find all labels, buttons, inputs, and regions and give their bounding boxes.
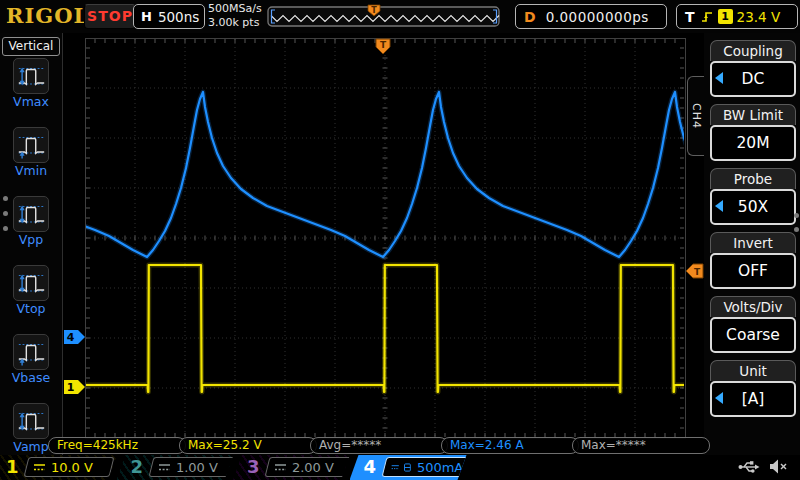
trigger-level-marker[interactable]: T [686, 264, 703, 278]
setting-value[interactable]: 50X [710, 189, 796, 225]
top-status-bar: RIGOL STOP H 500ns 500MSa/s 3.00k pts T … [0, 0, 800, 33]
setting-label: BW Limit [710, 104, 796, 125]
menu-item-vtop[interactable]: Vtop [0, 265, 62, 332]
measurement-readout: Max=2.46 A [441, 437, 579, 454]
delay-value: 0.00000000ps [546, 9, 649, 25]
setting-value[interactable]: DC [710, 61, 796, 97]
vamp-icon [13, 403, 49, 439]
delay-box[interactable]: D 0.00000000ps [515, 4, 667, 29]
menu-item-label: Vtop [0, 301, 62, 316]
channel-number: 2 [131, 456, 144, 477]
selected-arrow-icon [715, 392, 723, 404]
setting-value-text: OFF [738, 262, 768, 280]
svg-text:1: 1 [67, 381, 75, 394]
menu-scroll-dots [3, 196, 8, 231]
channel-4-zero-marker[interactable]: 4 [64, 330, 85, 344]
channel-scale-value: 500mA [416, 460, 462, 475]
dc-coupling-icon [33, 462, 46, 472]
vbase-icon [13, 334, 49, 370]
dc-coupling-icon [158, 462, 171, 472]
setting-probe[interactable]: Probe50X [710, 168, 796, 225]
setting-label: Probe [710, 168, 796, 189]
timebase-value: 500ns [158, 9, 199, 25]
waveform-display: TT41 [0, 0, 800, 480]
selected-arrow-icon [715, 200, 723, 212]
svg-text:4: 4 [67, 331, 75, 344]
trigger-source-badge: 1 [718, 9, 733, 24]
vmax-icon [13, 58, 49, 94]
vpp-icon [13, 196, 49, 232]
setting-value[interactable]: 20M [710, 125, 796, 161]
rising-edge-icon [700, 9, 714, 24]
measurement-readout: Max=25.2 V [179, 437, 317, 454]
channel-scale-box: 500mA [381, 457, 472, 477]
acquisition-info: 500MSa/s 3.00k pts [208, 2, 262, 30]
channel-menu-label: CH4 [690, 103, 703, 129]
channel-scale-value: 2.00 V [292, 460, 334, 475]
channel-status-bar: 110.0 V21.00 V32.00 V4500mA [0, 455, 800, 480]
channel-2-tab[interactable]: 21.00 V [117, 455, 234, 480]
setting-value-text: 50X [738, 198, 768, 216]
oscilloscope-screen: TT41 RIGOL STOP H 500ns 500MSa/s 3.00k p… [0, 0, 800, 480]
rigol-logo: RIGOL [6, 3, 89, 28]
channel-1-zero-marker[interactable]: 1 [64, 380, 85, 394]
channel-scale-value: 1.00 V [176, 460, 218, 475]
sample-rate: 500MSa/s [208, 2, 262, 16]
channel-scale-box: 2.00 V [265, 457, 356, 477]
memory-depth: 3.00k pts [208, 16, 262, 30]
menu-item-label: Vmax [0, 94, 62, 109]
channel-scale-box: 10.0 V [24, 457, 115, 477]
measurement-readout: Avg=***** [310, 437, 448, 454]
channel-menu-tab: CH4 [687, 76, 704, 156]
trigger-label: T [685, 9, 695, 25]
selected-arrow-icon [715, 72, 723, 84]
channel-number: 1 [6, 456, 19, 477]
dc-coupling-icon [391, 462, 399, 472]
measurement-readout: Max=***** [572, 437, 710, 454]
channel-1-tab[interactable]: 110.0 V [0, 455, 117, 480]
trigger-info-box[interactable]: T 1 23.4 V [676, 4, 798, 29]
horizontal-timebase-box[interactable]: H 500ns [133, 4, 205, 29]
setting-label: Unit [710, 360, 796, 381]
horizontal-label: H [141, 9, 152, 24]
speaker-muted-icon [769, 458, 788, 475]
menu-item-vbase[interactable]: Vbase [0, 334, 62, 401]
measurement-readout: Freq=425kHz [48, 437, 186, 454]
scroll-dot [3, 196, 8, 201]
channel4-settings-menu: CouplingDCBW Limit20MProbe50XInvertOFFVo… [704, 33, 800, 456]
setting-label: Volts/Div [710, 296, 796, 317]
run-stop-status[interactable]: STOP [84, 4, 136, 29]
memory-position-bar[interactable]: T [267, 4, 501, 28]
usb-icon [738, 458, 760, 475]
menu-title: Vertical [2, 37, 60, 56]
dc-coupling-icon [274, 462, 287, 472]
setting-label: Coupling [710, 40, 796, 61]
channel-number: 4 [364, 456, 377, 477]
setting-value-text: [A] [742, 390, 765, 408]
channel-4-tab[interactable]: 4500mA [350, 455, 467, 480]
setting-value[interactable]: [A] [710, 381, 796, 417]
menu-item-vmax[interactable]: Vmax [0, 58, 62, 125]
menu-item-vmin[interactable]: Vmin [0, 127, 62, 194]
vtop-icon [13, 265, 49, 301]
system-status-icons [738, 458, 788, 475]
vertical-measure-menu: Vertical VmaxVminVppVtopVbaseVamp [0, 33, 63, 456]
menu-item-label: Vbase [0, 370, 62, 385]
menu-item-label: Vmin [0, 163, 62, 178]
setting-unit[interactable]: Unit[A] [710, 360, 796, 417]
setting-value-text: Coarse [726, 326, 780, 344]
setting-coupling[interactable]: CouplingDC [710, 40, 796, 97]
scroll-dot [3, 226, 8, 231]
setting-value[interactable]: Coarse [710, 317, 796, 353]
channel-scale-box: 1.00 V [148, 457, 239, 477]
menu-item-vpp[interactable]: Vpp [0, 196, 62, 263]
setting-bw-limit[interactable]: BW Limit20M [710, 104, 796, 161]
page-dot [794, 213, 799, 218]
channel-3-tab[interactable]: 32.00 V [233, 455, 350, 480]
menu-item-label: Vpp [0, 232, 62, 247]
bw-limit-icon [404, 461, 411, 474]
setting-value-text: DC [742, 70, 765, 88]
setting-volts-div[interactable]: Volts/DivCoarse [710, 296, 796, 353]
setting-invert[interactable]: InvertOFF [710, 232, 796, 289]
setting-value[interactable]: OFF [710, 253, 796, 289]
